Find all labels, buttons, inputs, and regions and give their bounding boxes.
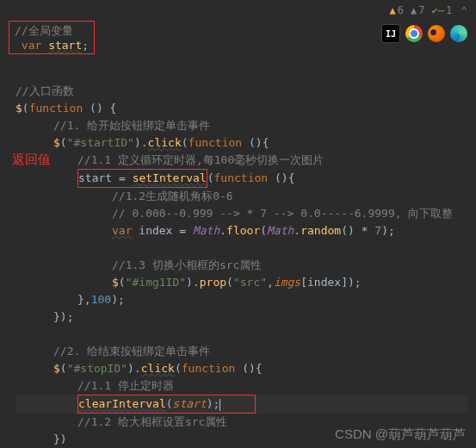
chrome-icon[interactable] xyxy=(405,25,423,42)
comment-1-2: //1.2生成随机角标0-6 xyxy=(15,188,467,205)
comment-entry: //入口函数 xyxy=(15,83,467,100)
comment-1-3: //1.3 切换小相框的src属性 xyxy=(15,257,467,274)
global-var-annotation-box: //全局变量 var start; xyxy=(9,21,95,54)
comment-2-1: //1.1 停止定时器 xyxy=(15,377,467,395)
edge-icon[interactable] xyxy=(450,25,467,42)
warn-grey-count: 7 xyxy=(418,4,424,16)
comment-math: // 0.000--0.999 --> * 7 --> 0.0-----6.99… xyxy=(15,205,467,222)
global-var-line: var start; xyxy=(15,39,89,52)
watermark: CSDN @葫芦葫芦葫芦 xyxy=(335,426,466,443)
status-toolbar: ▲ 6 ▲ 7 ✔̶ 1 ⌃ xyxy=(0,0,476,21)
code-line: var index = Math.floor(Math.random() * 7… xyxy=(15,222,467,240)
ide-icon[interactable]: IJ xyxy=(381,24,400,43)
warn-grey-badge: ▲ 7 xyxy=(411,4,424,16)
code-line: }); xyxy=(15,308,467,326)
code-editor[interactable]: //入口函数 $(function () { //1. 给开始按钮绑定单击事件 … xyxy=(0,83,476,448)
highlighted-line: clearInterval(start); xyxy=(15,395,467,414)
check-badge: ✔̶ 1 xyxy=(431,4,452,16)
code-line: $("#img1ID").prop("src",imgs[index]); xyxy=(15,274,467,291)
code-line: },100); xyxy=(15,291,467,308)
global-comment: //全局变量 xyxy=(15,23,89,39)
warn-yellow-count: 6 xyxy=(398,4,404,16)
blank-line xyxy=(15,326,467,343)
check-count: 1 xyxy=(446,4,452,16)
comment-2: //2. 给结束按钮绑定单击事件 xyxy=(15,343,467,360)
firefox-icon[interactable] xyxy=(428,25,445,42)
warning-icon: ▲ xyxy=(390,4,396,16)
warn-yellow-badge: ▲ 6 xyxy=(390,4,404,16)
warning-grey-icon: ▲ xyxy=(411,4,417,16)
code-line: start = setInterval(function (){ xyxy=(15,169,467,188)
code-line: $("#stopID").click(function (){ xyxy=(15,360,467,377)
comment-1: //1. 给开始按钮绑定单击事件 xyxy=(15,117,467,134)
comment-1-1: //1.1 定义循环定时器,每100毫秒切换一次图片 xyxy=(15,152,467,169)
code-line: $(function () { xyxy=(15,100,467,117)
code-line: $("#startID").click(function (){ xyxy=(15,134,467,152)
caret-icon[interactable]: ⌃ xyxy=(461,4,467,17)
blank-line xyxy=(15,240,467,257)
check-icon: ✔̶ xyxy=(431,4,443,16)
